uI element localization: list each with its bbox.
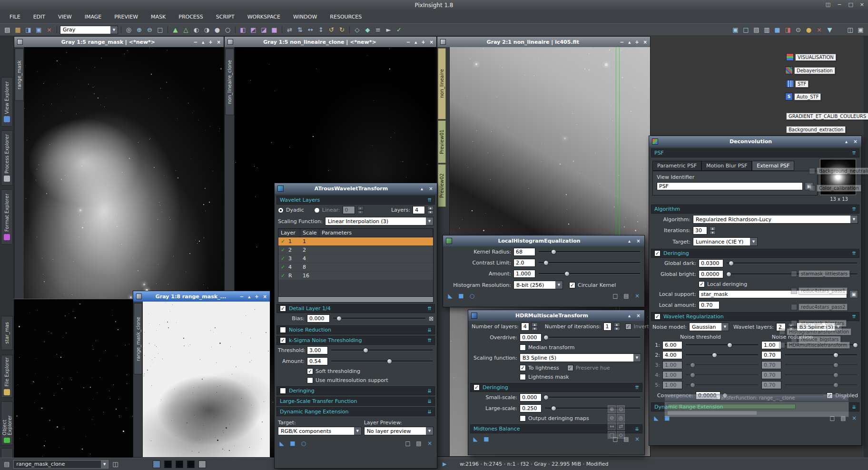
process-icon-color-calibration[interactable]: Color_calibration [809,185,861,192]
slider-thumb[interactable] [833,362,838,368]
close-icon[interactable]: × [430,39,434,45]
color-mgmt-icon[interactable]: ⊙ [794,25,803,34]
pan-horizontal-icon[interactable]: ↔ [306,25,315,34]
noise-reduction-field[interactable]: 0.70 [761,361,781,369]
process-icon-hdrmultiscaletransform[interactable]: HDRmultiscaletransform [779,342,850,349]
process-icon-histogramtransformation[interactable]: Histogramtransformation [779,328,851,335]
wavelet-layers-table[interactable]: Layer Scale Parameters ✓11✓22✓34✓48✓R16 [278,228,434,297]
bias-field[interactable]: 0.000 [307,314,330,323]
workspace-slot-4[interactable] [187,460,195,468]
global-bright-field[interactable]: 0.0000 [699,270,723,278]
file-save-as-icon[interactable]: ▣ [34,25,43,34]
deringing-checkbox[interactable]: ✓ [280,388,286,394]
zoom-out-icon[interactable]: ⊖ [145,25,154,34]
process-icon-stf[interactable]: STF [786,80,809,88]
deringing-checkbox[interactable]: ✓ [473,384,480,391]
close-icon[interactable]: × [643,39,647,45]
expand-icon[interactable]: ⇊ [428,399,432,404]
mask-invert-icon[interactable]: ◩ [249,25,258,34]
stf-auto-icon[interactable]: △ [181,25,190,34]
expand-icon[interactable]: ⇊ [428,327,432,333]
workspace-slot-5[interactable] [198,460,206,468]
noise-reduction-field[interactable]: 1.00 [761,341,781,349]
layer-preview-select[interactable]: No layer preview▼ [364,427,434,435]
overdrive-slider[interactable] [544,334,641,341]
small-scale-slider[interactable] [544,394,641,401]
expand-icon[interactable]: ⇊ [852,404,856,410]
pan-vertical-icon[interactable]: ↕ [316,25,326,34]
collapse-icon[interactable]: ⇈ [428,197,432,203]
new-instance-icon[interactable]: ◣ [652,414,660,421]
noise-reduction-checkbox[interactable]: ✓ [280,327,286,333]
dock-tab-view-explorer[interactable]: View Explorer [1,77,13,127]
view-identifier-field[interactable]: PSF [657,182,803,190]
menu-edit[interactable]: EDIT [33,14,45,20]
new-instance-icon[interactable]: ◣ [278,440,286,447]
readout-mode-icon[interactable]: ◎ [124,25,133,34]
display-solid-icon[interactable]: ● [213,25,222,34]
noise-reduction-slider[interactable] [784,382,858,389]
documentation-icon[interactable]: ▤ [415,440,423,447]
display-highlights-icon[interactable]: ◑ [202,25,211,34]
collapse-icon[interactable]: ⇈ [635,385,639,390]
collapse-icon[interactable]: ⇈ [428,338,432,343]
ghost-transfer-function-window[interactable]: ...TransferFunction: range_..._clone × [664,394,849,417]
view-tab[interactable]: range_mask_clone [134,303,142,374]
close-icon[interactable]: × [635,238,641,244]
output-deringing-maps-checkbox[interactable]: ✓ [520,415,526,421]
process-icon-starmask-bigstars[interactable]: starmask_bigstars [791,320,847,327]
target-select[interactable]: RGB/K components▼ [278,427,362,435]
local-deringing-checkbox[interactable]: ✓ [699,281,705,287]
new-instance-icon[interactable]: ◣ [446,292,454,299]
lightness-mask-checkbox[interactable]: ✓ [520,374,526,380]
current-view-select[interactable]: range_mask_clone ▼ [13,460,108,469]
slider-thumb[interactable] [727,343,732,348]
zoom-out-icon[interactable]: ⊖ [608,414,616,421]
layers-field[interactable]: 4 [413,206,425,214]
circular-kernel-checkbox[interactable]: ✓ [569,282,575,288]
menu-image[interactable]: IMAGE [85,14,102,20]
slider-thumb[interactable] [833,382,838,388]
preserve-hue-checkbox[interactable]: ✓ [567,365,573,371]
file-close-icon[interactable]: × [45,25,54,34]
preview-pane-icon[interactable]: ◫ [112,460,118,468]
bias-slider[interactable] [332,315,426,322]
threshold-field[interactable]: 3.00 [307,346,328,354]
documentation-icon[interactable]: ▤ [622,292,630,299]
large-scale-slider[interactable] [544,405,641,412]
decon-deringing-header[interactable]: ✓ Deringing⇈ [651,249,859,258]
view-tab-star-mask[interactable]: star_mas [1,316,13,350]
wavelet-layer-row[interactable]: ✓R16 [278,272,433,280]
iconize-icon[interactable]: − [406,39,410,45]
noise-threshold-field[interactable]: 4.00 [662,351,682,359]
panel-toggle-icon[interactable]: ◫ [826,1,830,8]
noise-threshold-slider[interactable] [685,382,759,389]
menu-workspace[interactable]: WORKSPACE [247,14,280,20]
hdr-deringing-header[interactable]: ✓ Deringing⇈ [470,383,642,392]
slider-thumb[interactable] [564,271,570,276]
zoom-in-icon[interactable]: ⊕ [135,25,144,34]
cancel-icon[interactable]: × [426,440,434,447]
contrast-limit-field[interactable]: 2.0 [513,259,535,267]
global-dark-field[interactable]: 0.0300 [699,259,723,267]
close-icon[interactable]: × [842,395,846,401]
display-shadows-icon[interactable]: ◐ [192,25,201,34]
dialog-title-bar[interactable]: ATrousWaveletTransform ▴ × [275,183,437,194]
noise-reduction-field[interactable]: 0.70 [761,351,781,359]
close-icon[interactable]: × [860,1,864,8]
monitor-icon[interactable]: ■ [773,25,782,34]
noise-threshold-field[interactable]: 1.00 [662,371,682,379]
inverted-checkbox[interactable]: ✓ [625,323,631,330]
redo-icon[interactable]: ↻ [337,25,346,34]
menu-window[interactable]: WINDOW [293,14,317,20]
ghost-title-bar[interactable]: ...TransferFunction: range_..._clone × [664,394,849,402]
noise-threshold-slider[interactable] [685,352,759,359]
amount-field[interactable]: 1.000 [513,270,535,278]
minimize-icon[interactable]: − [837,1,841,8]
close-icon[interactable]: × [217,39,221,45]
mask-select-icon[interactable]: ■ [270,25,279,34]
gamma-icon[interactable]: ● [804,25,813,34]
window-title-bar[interactable]: Gray 1:8 range_mask_... −▴+× [133,291,270,302]
dock-tab-process-explorer[interactable]: Process Explorer [1,130,13,186]
screen-split-icon[interactable]: ▥ [762,25,771,34]
